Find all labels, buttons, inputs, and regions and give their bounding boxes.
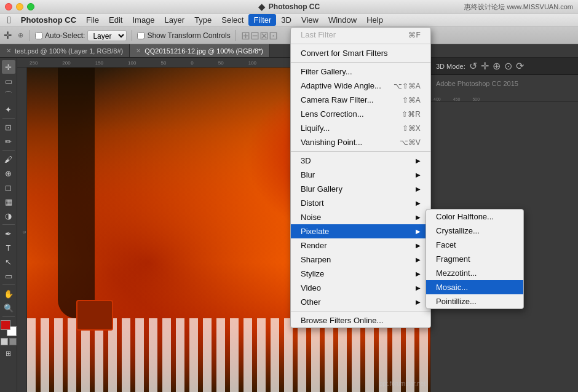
left-toolbar: ✛ ▭ ⌒ ✦ ⊡ ✏ 🖌 ⊕ ◻ ▦ ◑ ✒ T ↖ ▭ ✋ 🔍 ⊞ — [0, 58, 17, 392]
title-bar: ◆ Photoshop CC 惠终设计论坛 www.MISSVUAN.com — [0, 0, 578, 14]
menu-window[interactable]: Window — [323, 14, 362, 26]
menu-type[interactable]: Type — [189, 14, 216, 26]
align-icons: ⊞⊟⊠⊡ — [241, 29, 278, 42]
tool-eyedropper[interactable]: ✏ — [2, 135, 15, 148]
menu-help[interactable]: Help — [362, 14, 388, 26]
3d-pan-icon[interactable]: ✛ — [481, 60, 489, 72]
toolbar-divider-3 — [236, 30, 236, 41]
3d-mode-bar: 3D Mode: ↺ ✛ ⊕ ⊙ ⟳ — [431, 58, 578, 75]
watermark: ppt.forumstar.net — [379, 380, 426, 387]
tab-close-2[interactable]: ✕ — [136, 47, 141, 54]
tool-shape[interactable]: ▭ — [2, 269, 15, 283]
menu-photoshop[interactable]: Photoshop CC — [16, 14, 81, 26]
menu-view[interactable]: View — [296, 14, 323, 26]
tool-sep-2 — [2, 150, 15, 151]
tool-lasso[interactable]: ⌒ — [2, 88, 15, 102]
maximize-button[interactable] — [27, 3, 34, 10]
white-trunk — [350, 129, 369, 318]
auto-select-checkbox[interactable] — [35, 32, 42, 39]
move-tool-icon[interactable]: ✛ — [4, 29, 12, 41]
tool-text[interactable]: T — [2, 241, 15, 254]
menu-select[interactable]: Select — [216, 14, 248, 26]
ruler-vertical: 5 100 200 300 400 — [17, 68, 27, 392]
tool-burn[interactable]: ◑ — [2, 209, 15, 222]
tool-pen[interactable]: ✒ — [2, 227, 15, 240]
transform-controls-group: Show Transform Controls — [137, 31, 230, 40]
menu-3d[interactable]: 3D — [276, 14, 296, 26]
close-button[interactable] — [5, 3, 12, 10]
app-title: ◆ Photoshop CC — [258, 2, 320, 12]
tab-close-1[interactable]: ✕ — [6, 47, 11, 54]
tool-move[interactable]: ✛ — [2, 60, 15, 74]
auto-select-dropdown[interactable]: Layer Group — [87, 30, 127, 41]
3d-mode-label: 3D Mode: — [436, 63, 465, 70]
3d-zoom-icon[interactable]: ⊕ — [493, 60, 501, 72]
tool-magic-wand[interactable]: ✦ — [2, 103, 15, 116]
site-label: 惠终设计论坛 www.MISSVUAN.com — [464, 2, 573, 11]
foliage-right — [246, 80, 430, 233]
tool-hand[interactable]: ✋ — [2, 287, 15, 300]
3d-orbit-icon[interactable]: ⊙ — [504, 60, 512, 72]
toolbar-divider-1 — [30, 30, 30, 41]
tool-gradient[interactable]: ▦ — [2, 195, 15, 208]
show-transform-label: Show Transform Controls — [147, 31, 230, 40]
menu-bar:  Photoshop CC File Edit Image Layer Typ… — [0, 14, 578, 27]
tool-path-select[interactable]: ↖ — [2, 255, 15, 269]
canvas-area: 250 200 150 100 50 0 50 100 5 100 200 30… — [17, 58, 430, 392]
3d-roll-icon[interactable]: ⟳ — [516, 60, 524, 72]
tool-clone[interactable]: ⊕ — [2, 167, 15, 180]
color-swatch — [1, 320, 17, 336]
screen-mode[interactable]: ⊞ — [6, 348, 11, 358]
ruler-right-top: 400 450 500 — [431, 92, 578, 102]
adobe-label: Adobe Photoshop CC 2015 — [431, 75, 578, 92]
tool-crop[interactable]: ⊡ — [2, 120, 15, 134]
tool-sep-5 — [2, 316, 15, 317]
menu-file[interactable]: File — [81, 14, 104, 26]
tab-label-1: test.psd @ 100% (Layer 1, RGB/8#) — [15, 47, 123, 55]
quick-mask-group — [1, 338, 17, 345]
3d-rotate-icon[interactable]: ↺ — [469, 60, 477, 72]
foreground-color[interactable] — [1, 320, 10, 330]
tool-brush[interactable]: 🖌 — [2, 152, 15, 166]
ruler-horizontal: 250 200 150 100 50 0 50 100 — [17, 58, 430, 68]
tool-zoom[interactable]: 🔍 — [2, 301, 15, 315]
menu-layer[interactable]: Layer — [160, 14, 190, 26]
move-arrows-icon: ⊕ — [18, 31, 23, 39]
canvas-image: ppt.forumstar.net — [27, 68, 430, 392]
tab-test-psd[interactable]: ✕ test.psd @ 100% (Layer 1, RGB/8#) — [0, 44, 130, 57]
menu-apple[interactable]:  — [2, 14, 16, 27]
main-area: ✛ ▭ ⌒ ✦ ⊡ ✏ 🖌 ⊕ ◻ ▦ ◑ ✒ T ↖ ▭ ✋ 🔍 ⊞ — [0, 58, 578, 392]
tree-silhouette — [58, 68, 95, 318]
traffic-lights — [5, 3, 34, 10]
tool-rectangle-select[interactable]: ▭ — [2, 74, 15, 88]
auto-select-group: Auto-Select: Layer Group — [35, 30, 127, 41]
menu-image[interactable]: Image — [127, 14, 159, 26]
right-panel: 3D Mode: ↺ ✛ ⊕ ⊙ ⟳ Adobe Photoshop CC 20… — [430, 58, 578, 392]
minimize-button[interactable] — [16, 3, 23, 10]
luggage — [76, 300, 113, 331]
tab-qq-jpg[interactable]: ✕ QQ20151216-12.jpg @ 100% (RGB/8*) — [130, 44, 270, 57]
tool-sep-4 — [2, 284, 15, 285]
tool-sep-3 — [2, 224, 15, 225]
show-transform-checkbox[interactable] — [137, 32, 144, 39]
normal-mode[interactable] — [1, 338, 8, 345]
menu-filter[interactable]: Filter — [248, 14, 276, 26]
menu-edit[interactable]: Edit — [104, 14, 127, 26]
quick-mask[interactable] — [9, 338, 17, 345]
canvas-image-bg: ppt.forumstar.net — [27, 68, 430, 392]
tab-label-2: QQ20151216-12.jpg @ 100% (RGB/8*) — [144, 47, 263, 55]
tool-eraser[interactable]: ◻ — [2, 181, 15, 194]
toolbar: ✛ ⊕ Auto-Select: Layer Group Show Transf… — [0, 27, 578, 44]
tool-sep-1 — [2, 118, 15, 119]
tabs-row: ✕ test.psd @ 100% (Layer 1, RGB/8#) ✕ QQ… — [0, 44, 578, 58]
auto-select-label: Auto-Select: — [45, 31, 85, 40]
toolbar-divider-2 — [132, 30, 132, 41]
